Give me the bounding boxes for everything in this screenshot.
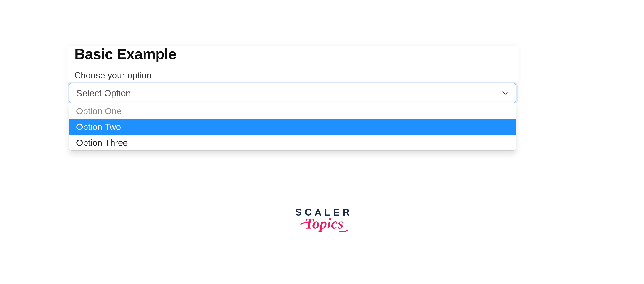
example-card: Basic Example Choose your option Select … <box>67 46 518 103</box>
chevron-down-icon <box>502 90 509 97</box>
select-placeholder: Select Option <box>76 88 131 98</box>
dropdown-option-two[interactable]: Option Two <box>69 119 516 135</box>
option-select[interactable]: Select Option <box>69 83 516 103</box>
select-wrapper: Select Option Option One Option Two Opti… <box>69 83 516 103</box>
dropdown-option-one[interactable]: Option One <box>69 103 516 119</box>
select-label: Choose your option <box>74 70 518 80</box>
dropdown-option-three[interactable]: Option Three <box>69 135 516 151</box>
brand-line2: Topics <box>296 215 352 237</box>
brand-logo: SCALER Topics <box>296 207 352 237</box>
svg-text:Topics: Topics <box>304 215 343 232</box>
page-title: Basic Example <box>74 46 518 63</box>
dropdown-list: Option One Option Two Option Three <box>69 103 516 151</box>
